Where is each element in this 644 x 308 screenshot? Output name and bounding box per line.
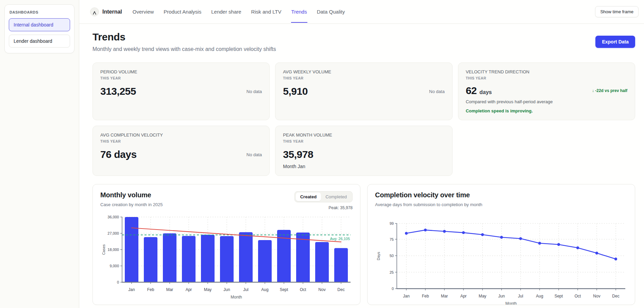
svg-text:Mar: Mar (166, 287, 173, 292)
svg-text:Aug: Aug (261, 287, 268, 292)
kpi-no-data-label: No data (247, 152, 262, 157)
svg-text:Cases: Cases (102, 244, 106, 255)
kpi-period: THIS YEAR (100, 76, 262, 80)
kpi-period: THIS YEAR (100, 139, 262, 143)
sidebar-item-internal-dashboard[interactable]: Internal dashboard (9, 18, 70, 31)
kpi-description: Compared with previous half-period avera… (466, 99, 627, 104)
sidebar: DASHBOARDS Internal dashboard Lender das… (0, 0, 79, 308)
kpi-value: 5,910 (283, 86, 308, 97)
series-toggle: Created Completed (294, 191, 353, 202)
kpi-no-data-label: No data (429, 89, 445, 94)
kpi-value: 62 (466, 85, 477, 96)
completion-velocity-chart-card: Completion velocity over time Average da… (367, 184, 635, 305)
tab-trends[interactable]: Trends (291, 1, 307, 23)
kpi-card-avg-weekly-volume: AVG WEEKLY VOLUME THIS YEAR 5,910 No dat… (275, 62, 452, 120)
svg-text:9,000: 9,000 (109, 264, 119, 268)
svg-text:Feb: Feb (422, 294, 429, 298)
tab-product-analysis[interactable]: Product Analysis (163, 1, 202, 23)
kpi-label: PERIOD VOLUME (100, 69, 262, 74)
svg-text:36,000: 36,000 (107, 215, 119, 219)
top-nav: Internal OverviewProduct AnalysisLender … (79, 0, 644, 24)
svg-text:27,000: 27,000 (107, 231, 119, 235)
kpi-unit: days (479, 89, 492, 95)
svg-text:0: 0 (392, 287, 394, 291)
svg-text:Nov: Nov (593, 294, 600, 298)
tab-lender-share[interactable]: Lender share (211, 1, 241, 23)
kpi-period: THIS YEAR (283, 76, 444, 80)
app-logo-icon (90, 7, 99, 16)
svg-text:Month: Month (505, 301, 516, 305)
kpi-period: THIS YEAR (466, 76, 627, 80)
show-time-frame-button[interactable]: Show time frame (595, 6, 639, 17)
kpi-label: AVG COMPLETION VELOCITY (100, 132, 262, 138)
completion-velocity-line-chart: 025507599JanFebMarAprMayJunJulAugSeptOct… (375, 219, 627, 305)
nav-tabs: OverviewProduct AnalysisLender shareRisk… (132, 1, 345, 23)
tab-overview[interactable]: Overview (132, 1, 154, 23)
svg-text:Feb: Feb (147, 287, 154, 292)
svg-text:25: 25 (390, 270, 394, 274)
toggle-created-button[interactable]: Created (296, 193, 321, 201)
kpi-no-data-label: No data (247, 89, 262, 94)
chart-title-monthly-volume: Monthly volume (100, 191, 163, 199)
kpi-label: PEAK MONTH VOLUME (283, 132, 444, 138)
sidebar-item-lender-dashboard[interactable]: Lender dashboard (9, 35, 70, 48)
charts-row: Monthly volume Case creation by month in… (92, 184, 635, 305)
monthly-volume-chart-card: Monthly volume Case creation by month in… (92, 184, 360, 305)
svg-text:0: 0 (117, 280, 119, 284)
svg-text:50: 50 (390, 254, 394, 258)
svg-text:Jun: Jun (498, 294, 505, 298)
svg-text:Oct: Oct (300, 287, 306, 292)
kpi-label: AVG WEEKLY VOLUME (283, 69, 444, 74)
kpi-label: VELOCITY TREND DIRECTION (466, 69, 627, 74)
svg-text:May: May (204, 287, 212, 292)
kpi-highlight: Completion speed is improving. (466, 108, 627, 113)
page-subtitle: Monthly and weekly trend views with case… (92, 46, 276, 52)
page-header: Trends Monthly and weekly trend views wi… (92, 31, 635, 52)
svg-text:Jul: Jul (518, 294, 523, 298)
svg-text:Aug: Aug (536, 294, 543, 298)
svg-text:Dec: Dec (337, 287, 344, 292)
page-content: Trends Monthly and weekly trend views wi… (79, 24, 644, 305)
svg-text:Jan: Jan (128, 287, 135, 292)
kpi-peak-month-label: Month Jan (283, 164, 444, 169)
brand: Internal (90, 7, 122, 16)
chart-title-completion-velocity: Completion velocity over time (375, 191, 482, 199)
chart-subtitle-monthly-volume: Case creation by month in 2025 (100, 202, 163, 207)
export-data-button[interactable]: Export Data (595, 36, 635, 48)
kpi-card-velocity-trend-direction: VELOCITY TREND DIRECTION THIS YEAR 62 da… (458, 62, 635, 120)
svg-text:Apr: Apr (460, 294, 467, 298)
svg-text:Days: Days (376, 252, 380, 260)
kpi-period: THIS YEAR (283, 139, 444, 143)
svg-text:75: 75 (390, 237, 394, 241)
monthly-volume-bar-chart: Avg: 26,10509,00018,00027,00036,000JanFe… (100, 212, 353, 301)
main-area: Internal OverviewProduct AnalysisLender … (79, 0, 644, 308)
svg-text:May: May (479, 294, 487, 298)
kpi-value: 313,255 (100, 86, 136, 97)
brand-name: Internal (102, 9, 122, 15)
svg-text:Sept: Sept (280, 287, 288, 292)
svg-text:18,000: 18,000 (107, 248, 119, 252)
tab-data-quality[interactable]: Data Quality (317, 1, 345, 23)
kpi-card-avg-completion-velocity: AVG COMPLETION VELOCITY THIS YEAR 76 day… (92, 126, 270, 176)
toggle-completed-button[interactable]: Completed (321, 193, 351, 201)
svg-text:Dec: Dec (612, 294, 619, 298)
svg-text:Jul: Jul (243, 287, 248, 292)
dashboards-panel: DASHBOARDS Internal dashboard Lender das… (4, 4, 74, 53)
svg-text:Avg: 26,105: Avg: 26,105 (330, 237, 350, 241)
peak-value-label: Peak: 35,978 (328, 205, 353, 210)
svg-text:Jun: Jun (223, 287, 230, 292)
page-title: Trends (92, 31, 276, 43)
kpi-card-peak-month-volume: PEAK MONTH VOLUME THIS YEAR 35,978 Month… (275, 126, 452, 176)
svg-text:Sept: Sept (555, 294, 563, 298)
kpi-grid: PERIOD VOLUME THIS YEAR 313,255 No data … (92, 62, 635, 176)
kpi-card-period-volume: PERIOD VOLUME THIS YEAR 313,255 No data (92, 62, 270, 120)
svg-text:Apr: Apr (186, 287, 192, 292)
tab-risk-and-ltv[interactable]: Risk and LTV (251, 1, 282, 23)
svg-text:Jan: Jan (403, 294, 409, 298)
svg-text:Mar: Mar (441, 294, 448, 298)
chart-subtitle-completion-velocity: Average days from submission to completi… (375, 202, 482, 207)
svg-text:Nov: Nov (318, 287, 325, 292)
kpi-value: 76 days (100, 149, 137, 160)
kpi-trend-badge: ↓ -22d vs prev half (592, 88, 627, 93)
dashboards-section-label: DASHBOARDS (10, 10, 69, 14)
